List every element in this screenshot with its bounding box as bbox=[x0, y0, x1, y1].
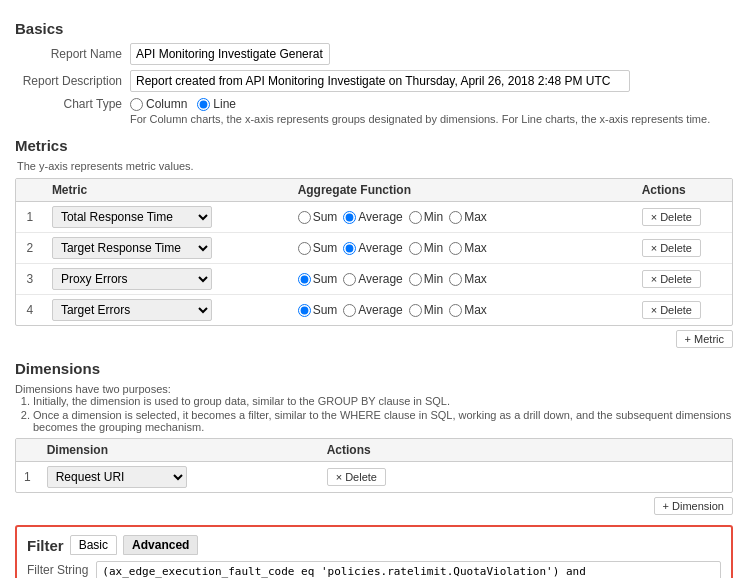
dim-desc-list: Initially, the dimension is used to grou… bbox=[33, 395, 733, 433]
dimensions-tbody: 1 Request URI × Delete bbox=[16, 462, 732, 493]
filter-string-textarea[interactable]: (ax_edge_execution_fault_code eq 'polici… bbox=[96, 561, 721, 578]
delete-metric-button[interactable]: × Delete bbox=[642, 270, 701, 288]
report-desc-input[interactable] bbox=[130, 70, 630, 92]
metric-select[interactable]: Target Response Time bbox=[52, 237, 212, 259]
row-num: 1 bbox=[16, 202, 44, 233]
avg-label[interactable]: Average bbox=[343, 272, 402, 286]
filter-string-row: Filter String (ax_edge_execution_fault_c… bbox=[27, 561, 721, 578]
sum-label[interactable]: Sum bbox=[298, 241, 338, 255]
max-label[interactable]: Max bbox=[449, 272, 487, 286]
metric-cell: Target Errors bbox=[44, 295, 290, 326]
min-radio[interactable] bbox=[409, 304, 422, 317]
filter-title: Filter bbox=[27, 537, 64, 554]
report-name-label: Report Name bbox=[15, 47, 130, 61]
chart-type-radio-row: Column Line bbox=[130, 97, 710, 111]
delete-metric-button[interactable]: × Delete bbox=[642, 301, 701, 319]
metrics-title: Metrics bbox=[15, 137, 733, 154]
column-radio[interactable] bbox=[130, 98, 143, 111]
avg-label[interactable]: Average bbox=[343, 303, 402, 317]
list-item: Initially, the dimension is used to grou… bbox=[33, 395, 733, 407]
min-label[interactable]: Min bbox=[409, 210, 443, 224]
min-radio[interactable] bbox=[409, 242, 422, 255]
chart-type-row: Chart Type Column Line For Column charts… bbox=[15, 97, 733, 125]
metrics-header-row: Metric Aggregate Function Actions bbox=[16, 179, 732, 202]
max-radio[interactable] bbox=[449, 242, 462, 255]
max-label[interactable]: Max bbox=[449, 241, 487, 255]
min-label[interactable]: Min bbox=[409, 303, 443, 317]
avg-label[interactable]: Average bbox=[343, 210, 402, 224]
chart-type-label: Chart Type bbox=[15, 97, 130, 111]
table-row: 1 Total Response Time Sum Average Min Ma… bbox=[16, 202, 732, 233]
table-row: 4 Target Errors Sum Average Min Max bbox=[16, 295, 732, 326]
filter-string-label: Filter String bbox=[27, 561, 88, 577]
dimensions-desc: Dimensions have two purposes: Initially,… bbox=[15, 383, 733, 433]
sum-radio[interactable] bbox=[298, 242, 311, 255]
agg-cell: Sum Average Min Max bbox=[290, 264, 634, 295]
sum-label[interactable]: Sum bbox=[298, 303, 338, 317]
max-label[interactable]: Max bbox=[449, 210, 487, 224]
line-label: Line bbox=[213, 97, 236, 111]
min-label[interactable]: Min bbox=[409, 241, 443, 255]
report-name-input[interactable] bbox=[130, 43, 330, 65]
metrics-table: Metric Aggregate Function Actions 1 Tota… bbox=[16, 179, 732, 325]
min-radio[interactable] bbox=[409, 211, 422, 224]
metric-col-header: Metric bbox=[44, 179, 290, 202]
table-row: 3 Proxy Errors Sum Average Min Max bbox=[16, 264, 732, 295]
agg-options: Sum Average Min Max bbox=[298, 272, 626, 286]
dimensions-title: Dimensions bbox=[15, 360, 733, 377]
agg-cell: Sum Average Min Max bbox=[290, 295, 634, 326]
sum-radio[interactable] bbox=[298, 304, 311, 317]
add-metric-button[interactable]: + Metric bbox=[676, 330, 733, 348]
delete-dimension-button[interactable]: × Delete bbox=[327, 468, 386, 486]
dimensions-table-container: Dimension Actions 1 Request URI × Delete bbox=[15, 438, 733, 493]
dim-desc-intro: Dimensions have two purposes: bbox=[15, 383, 171, 395]
advanced-tab[interactable]: Advanced bbox=[123, 535, 198, 555]
agg-col-header: Aggregate Function bbox=[290, 179, 634, 202]
add-dimension-row: + Dimension bbox=[15, 497, 733, 515]
max-radio[interactable] bbox=[449, 304, 462, 317]
actions-cell: × Delete bbox=[634, 295, 732, 326]
metrics-subtitle: The y-axis represents metric values. bbox=[17, 160, 733, 172]
avg-radio[interactable] bbox=[343, 211, 356, 224]
min-label[interactable]: Min bbox=[409, 272, 443, 286]
actions-cell: × Delete bbox=[634, 264, 732, 295]
report-desc-row: Report Description bbox=[15, 70, 733, 92]
dimension-select[interactable]: Request URI bbox=[47, 466, 187, 488]
dimensions-header-row: Dimension Actions bbox=[16, 439, 732, 462]
metric-select[interactable]: Target Errors bbox=[52, 299, 212, 321]
line-radio-label[interactable]: Line bbox=[197, 97, 236, 111]
dim-actions-cell: × Delete bbox=[319, 462, 732, 493]
sum-radio[interactable] bbox=[298, 211, 311, 224]
min-radio[interactable] bbox=[409, 273, 422, 286]
agg-options: Sum Average Min Max bbox=[298, 303, 626, 317]
sum-label[interactable]: Sum bbox=[298, 210, 338, 224]
column-radio-label[interactable]: Column bbox=[130, 97, 187, 111]
delete-metric-button[interactable]: × Delete bbox=[642, 239, 701, 257]
row-num: 1 bbox=[16, 462, 39, 493]
avg-radio[interactable] bbox=[343, 273, 356, 286]
basic-tab[interactable]: Basic bbox=[70, 535, 117, 555]
line-radio[interactable] bbox=[197, 98, 210, 111]
metric-cell: Target Response Time bbox=[44, 233, 290, 264]
sum-label[interactable]: Sum bbox=[298, 272, 338, 286]
metrics-table-container: Metric Aggregate Function Actions 1 Tota… bbox=[15, 178, 733, 326]
sum-radio[interactable] bbox=[298, 273, 311, 286]
row-num: 3 bbox=[16, 264, 44, 295]
metrics-num-header bbox=[16, 179, 44, 202]
max-radio[interactable] bbox=[449, 211, 462, 224]
max-radio[interactable] bbox=[449, 273, 462, 286]
metric-select[interactable]: Total Response Time bbox=[52, 206, 212, 228]
actions-cell: × Delete bbox=[634, 233, 732, 264]
add-dimension-button[interactable]: + Dimension bbox=[654, 497, 733, 515]
max-label[interactable]: Max bbox=[449, 303, 487, 317]
delete-metric-button[interactable]: × Delete bbox=[642, 208, 701, 226]
metric-select[interactable]: Proxy Errors bbox=[52, 268, 212, 290]
avg-radio[interactable] bbox=[343, 242, 356, 255]
avg-label[interactable]: Average bbox=[343, 241, 402, 255]
chart-type-options: Column Line For Column charts, the x-axi… bbox=[130, 97, 710, 125]
column-label: Column bbox=[146, 97, 187, 111]
dimensions-table: Dimension Actions 1 Request URI × Delete bbox=[16, 439, 732, 492]
add-metric-row: + Metric bbox=[15, 330, 733, 348]
filter-header: Filter Basic Advanced bbox=[27, 535, 721, 555]
avg-radio[interactable] bbox=[343, 304, 356, 317]
